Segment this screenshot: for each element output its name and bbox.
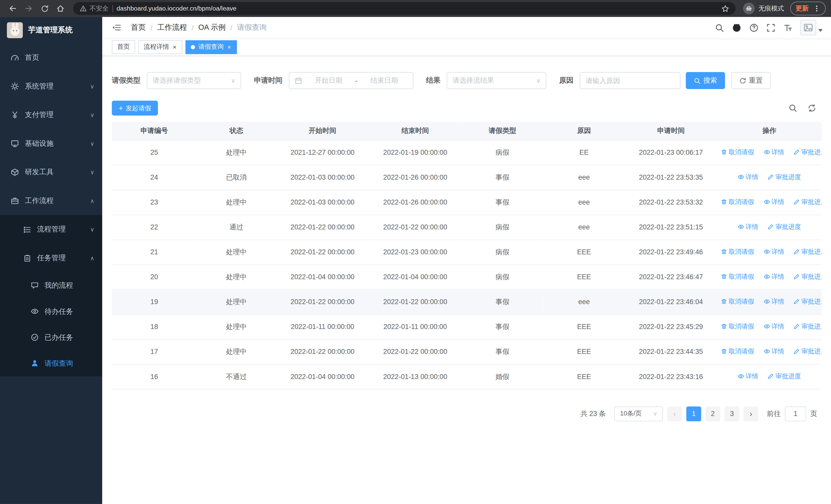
cancel-leave-link[interactable]: 取消请假 [721,272,754,281]
breadcrumb-oa-example[interactable]: OA 示例 [198,23,226,32]
create-leave-button[interactable]: + 发起请假 [112,100,158,116]
sidebar-item-dev-tools[interactable]: 研发工具 ∨ [0,158,103,186]
browser-home-icon[interactable] [53,1,68,16]
page-number-button[interactable]: 3 [724,406,739,421]
cancel-leave-link[interactable]: 取消请假 [721,247,754,256]
chevron-down-icon [819,29,823,34]
sidebar-item-workflow[interactable]: 工作流程 ∧ [0,186,103,215]
process-list-icon [23,226,31,234]
result-select[interactable]: 请选择流结果 ∨ [447,72,546,89]
toggle-search-icon[interactable] [789,104,797,112]
not-secure-warning-icon[interactable]: 不安全 [80,4,109,13]
browser-menu-icon[interactable] [813,5,821,12]
apply-time-range-picker[interactable]: 开始日期 - 结束日期 [289,72,413,89]
goto-page-input[interactable] [785,406,806,421]
sidebar-item-leave-query[interactable]: 请假查询 [0,350,103,376]
detail-link[interactable]: 详情 [764,272,784,281]
browser-back-icon[interactable] [5,1,20,16]
fullscreen-icon[interactable] [766,23,775,32]
gear-icon [10,82,19,91]
address-bar[interactable]: 不安全 dashboard.yudao.iocoder.cn/bpm/oa/le… [73,2,736,15]
detail-link[interactable]: 详情 [738,223,758,232]
approval-progress-link[interactable]: 审批进度 [794,297,822,306]
next-page-button[interactable]: › [744,406,758,421]
search-button[interactable]: 搜索 [686,72,725,89]
cell-status: 不通过 [197,364,276,389]
page-number-button[interactable]: 2 [706,406,720,421]
breadcrumb-home[interactable]: 首页 [131,23,146,32]
cancel-leave-link[interactable]: 取消请假 [721,198,754,207]
approval-progress-link[interactable]: 审批进度 [794,322,822,331]
github-icon[interactable] [732,23,741,32]
detail-link[interactable]: 详情 [738,173,758,182]
cell-leave-type: 病假 [462,239,543,264]
sidebar-item-done-tasks[interactable]: 已办任务 [0,324,103,350]
detail-link[interactable]: 详情 [764,297,784,306]
detail-link[interactable]: 详情 [764,148,784,157]
bookmark-star-icon[interactable] [721,5,729,12]
chevron-up-icon: ∧ [90,255,94,262]
date-range-separator: - [355,77,357,84]
sidebar-item-process-mgmt[interactable]: 流程管理 ∨ [0,215,103,244]
approval-progress-link[interactable]: 审批进度 [794,198,822,207]
cancel-leave-link[interactable]: 取消请假 [721,148,754,157]
approval-progress-link[interactable]: 审批进度 [794,272,822,281]
chrome-update-chip[interactable]: 更新 [790,2,826,16]
help-icon[interactable] [749,23,758,32]
breadcrumb-workflow[interactable]: 工作流程 [157,23,187,32]
sidebar-item-infra[interactable]: 基础设施 ∨ [0,129,103,158]
sidebar-item-payment[interactable]: 支付管理 ∨ [0,100,103,129]
tab-leave-query[interactable]: 请假查询 × [185,40,237,54]
leave-type-select[interactable]: 请选择请假类型 ∨ [147,72,241,89]
browser-reload-icon[interactable] [37,1,52,16]
cell-apply-id: 20 [112,264,197,289]
sidebar-item-my-process[interactable]: 我的流程 [0,272,103,298]
refresh-table-icon[interactable] [808,104,816,112]
approval-progress-link[interactable]: 审批进度 [794,247,822,256]
col-leave-type: 请假类型 [462,122,543,140]
approval-progress-link[interactable]: 审批进度 [768,372,801,381]
goto-page: 前往 页 [767,406,817,421]
cell-status: 处理中 [197,314,276,339]
close-icon[interactable]: × [227,43,232,50]
avatar[interactable] [800,20,816,35]
col-status: 状态 [197,122,276,140]
sidebar-item-task-mgmt[interactable]: 任务管理 ∧ [0,244,103,272]
page-size-select[interactable]: 10条/页 ∨ [614,406,663,421]
tab-process-detail[interactable]: 流程详情 × [138,40,182,54]
cell-apply-id: 22 [112,214,197,239]
reset-button[interactable]: 重置 [732,72,771,89]
detail-link[interactable]: 详情 [764,198,784,207]
page-number-button[interactable]: 1 [686,406,701,421]
detail-link[interactable]: 详情 [764,347,784,356]
approval-progress-link[interactable]: 审批进度 [794,148,822,157]
prev-page-button[interactable]: ‹ [667,406,682,421]
cancel-leave-link[interactable]: 取消请假 [721,297,754,306]
app-logo[interactable]: 芋道管理系统 [0,17,103,43]
cancel-leave-link[interactable]: 取消请假 [721,322,754,331]
cell-status: 处理中 [197,190,276,214]
date-end-placeholder: 结束日期 [361,76,407,85]
cancel-leave-link[interactable]: 取消请假 [721,347,754,356]
approval-progress-link[interactable]: 审批进度 [794,347,822,356]
font-size-icon[interactable] [783,23,792,32]
search-icon[interactable] [715,23,724,32]
sidebar-item-home[interactable]: 首页 [0,43,103,72]
detail-link[interactable]: 详情 [764,322,784,331]
col-start-time: 开始时间 [276,122,369,140]
sidebar: 芋道管理系统 首页 系统管理 ∨ [0,17,103,504]
approval-progress-link[interactable]: 审批进度 [768,223,801,232]
detail-link[interactable]: 详情 [764,247,784,256]
update-label[interactable]: 更新 [796,4,809,13]
browser-forward-icon[interactable] [21,1,36,16]
cell-apply-id: 24 [112,165,197,190]
sidebar-item-system[interactable]: 系统管理 ∨ [0,72,103,101]
approval-progress-link[interactable]: 审批进度 [768,173,801,182]
close-icon[interactable]: × [172,43,177,50]
tab-home[interactable]: 首页 [112,40,135,54]
user-menu[interactable] [800,20,823,35]
sidebar-item-todo-tasks[interactable]: 待办任务 [0,298,103,324]
reason-input[interactable] [586,77,675,84]
sidebar-collapse-icon[interactable] [110,21,123,35]
detail-link[interactable]: 详情 [738,372,758,381]
